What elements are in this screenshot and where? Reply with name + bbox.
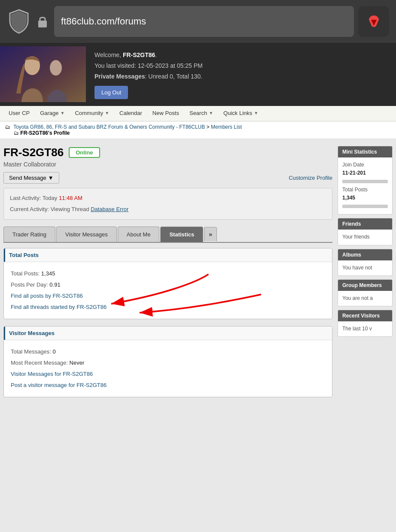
profile-title: Master Collaborator (3, 161, 332, 168)
tabs-container: Trader Rating Visitor Messages About Me … (3, 227, 332, 243)
welcome-text: Welcome, FR-S2GT86. You last visited: 12… (86, 43, 396, 106)
last-activity-clock: 11:48 AM (59, 195, 82, 201)
recent-visitors-body: The last 10 v (338, 321, 392, 336)
chevron-down-icon: ▼ (61, 106, 65, 121)
svg-rect-2 (0, 46, 86, 102)
find-threads-link[interactable]: Find all threads started by FR-S2GT86 (11, 302, 325, 313)
profile-username: FR-S2GT86 (3, 146, 64, 159)
nav-bar: User CP Garage ▼ Community ▼ Calendar Ne… (0, 106, 396, 121)
chevron-down-icon: ▼ (105, 106, 109, 121)
total-posts-value: 1,345 (41, 270, 55, 277)
last-activity-time: Today (43, 195, 58, 201)
welcome-username: FR-S2GT86 (123, 51, 155, 58)
nav-new-posts[interactable]: New Posts (147, 106, 184, 121)
browser-chrome: ft86club.com/forums (0, 0, 396, 43)
customize-profile-link[interactable]: Customize Profile (289, 175, 332, 181)
breadcrumb-home-link[interactable]: Toyota GR86, 86, FR-S and Subaru BRZ For… (13, 124, 205, 130)
address-bar[interactable]: ft86club.com/forums (54, 6, 354, 37)
posts-per-day-value: 0.91 (49, 281, 60, 288)
mini-stats-title: Mini Statistics (338, 146, 392, 157)
right-sidebar: Mini Statistics Join Date 11-21-201 Tota… (338, 146, 393, 409)
last-visited-value: 12-05-2023 at 05:25 PM (138, 62, 203, 69)
svg-point-4 (50, 60, 62, 76)
online-status-badge: Online (69, 147, 100, 158)
dropdown-arrow-icon: ▼ (48, 175, 54, 181)
svg-rect-0 (38, 21, 47, 27)
visitor-messages-body: Total Messages: 0 Most Recent Message: N… (4, 340, 332, 397)
total-messages-value: 0 (53, 348, 56, 355)
nav-quick-links[interactable]: Quick Links ▼ (218, 106, 263, 121)
mini-stats-section: Mini Statistics Join Date 11-21-201 Tota… (338, 146, 393, 215)
nav-user-cp[interactable]: User CP (3, 106, 35, 121)
visitor-messages-section: Visitor Messages Total Messages: 0 Most … (3, 326, 332, 397)
nav-garage[interactable]: Garage ▼ (35, 106, 70, 121)
total-posts-label: Total Posts: (11, 270, 40, 277)
statistics-content: Total Posts Total Posts: 1,345 Posts Per… (3, 243, 332, 409)
tab-trader-rating[interactable]: Trader Rating (3, 227, 55, 242)
stats-bar-2 (342, 205, 388, 208)
last-visited-label: You last visited: (94, 62, 138, 69)
post-visitor-message-link[interactable]: Post a visitor message for FR-S2GT86 (11, 380, 325, 391)
breadcrumb-current: FR-S2GT86's Profile (20, 130, 70, 136)
greeting-text: Welcome, (94, 51, 123, 58)
friends-body: Your friends (338, 230, 392, 245)
shield-icon (7, 8, 30, 36)
pm-info: : Unread 0, Total 130. (145, 73, 203, 80)
breadcrumb: 🗂 Toyota GR86, 86, FR-S and Subaru BRZ F… (0, 121, 396, 139)
lock-icon (35, 14, 50, 29)
pm-label: Private Messages (94, 73, 145, 80)
friends-section: Friends Your friends (338, 218, 393, 245)
join-date-row: Join Date 11-21-201 (342, 161, 388, 177)
albums-body: You have not (338, 260, 392, 275)
last-activity-label: Last Activity: (10, 195, 41, 201)
most-recent-label: Most Recent Message: (11, 360, 68, 366)
total-posts-row: Total Posts 1,345 (342, 186, 388, 202)
send-message-button[interactable]: Send Message ▼ (3, 172, 59, 184)
nav-community[interactable]: Community ▼ (70, 106, 114, 121)
activity-bar: Last Activity: Today 11:48 AM Current Ac… (3, 188, 332, 220)
visitor-messages-link[interactable]: Visitor Messages for FR-S2GT86 (11, 369, 325, 380)
url-text: ft86club.com/forums (61, 16, 146, 27)
nav-search[interactable]: Search ▼ (184, 106, 218, 121)
tab-statistics[interactable]: Statistics (160, 227, 203, 242)
chevron-down-icon: ▼ (209, 106, 213, 121)
profile-header: FR-S2GT86 Online Master Collaborator Sen… (3, 146, 332, 220)
stats-bar (342, 180, 388, 183)
main-content: FR-S2GT86 Online Master Collaborator Sen… (0, 139, 396, 416)
chevron-down-icon: ▼ (254, 106, 258, 121)
tab-visitor-messages[interactable]: Visitor Messages (56, 227, 117, 242)
tab-about-me[interactable]: About Me (118, 227, 160, 242)
current-activity-desc: Viewing Thread (51, 206, 89, 212)
logout-button[interactable]: Log Out (94, 86, 128, 99)
breadcrumb-members-link[interactable]: Members List (211, 124, 242, 130)
left-column: FR-S2GT86 Online Master Collaborator Sen… (3, 146, 332, 409)
group-members-body: You are not a (338, 291, 392, 306)
group-members-title: Group Members (338, 280, 392, 291)
find-posts-link[interactable]: Find all posts by FR-S2GT86 (11, 290, 325, 302)
friends-title: Friends (338, 218, 392, 230)
total-messages-label: Total Messages: (11, 348, 51, 355)
total-posts-title: Total Posts (4, 248, 332, 262)
current-activity-link[interactable]: Database Error (91, 206, 128, 212)
total-posts-section: Total Posts Total Posts: 1,345 Posts Per… (3, 248, 332, 319)
welcome-image (0, 46, 86, 102)
posts-per-day-label: Posts Per Day: (11, 281, 48, 288)
albums-section: Albums You have not (338, 249, 393, 276)
vivaldi-button[interactable] (358, 6, 389, 37)
current-activity-label: Current Activity: (10, 206, 49, 212)
breadcrumb-icon2: 🗂 (14, 130, 19, 136)
group-members-section: Group Members You are not a (338, 279, 393, 306)
welcome-bar: Welcome, FR-S2GT86. You last visited: 12… (0, 43, 396, 106)
recent-visitors-section: Recent Visitors The last 10 v (338, 310, 393, 337)
tab-more-button[interactable]: » (204, 227, 217, 241)
total-posts-body: Total Posts: 1,345 Posts Per Day: 0.91 F… (4, 262, 332, 319)
nav-calendar[interactable]: Calendar (114, 106, 147, 121)
albums-title: Albums (338, 249, 392, 260)
home-icon: 🗂 (5, 124, 10, 130)
most-recent-value: Never (70, 360, 85, 366)
visitor-messages-title: Visitor Messages (4, 326, 332, 340)
recent-visitors-title: Recent Visitors (338, 310, 392, 321)
